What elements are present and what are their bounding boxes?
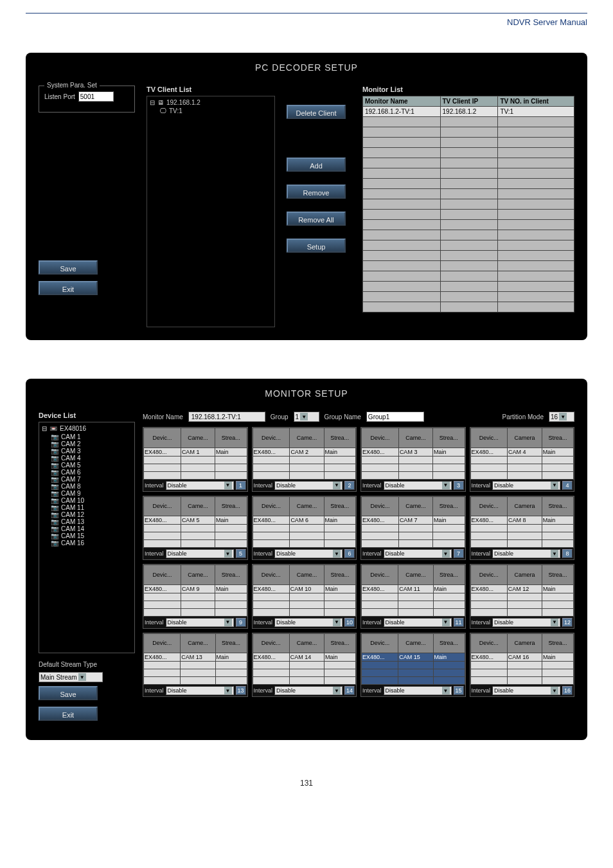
cam-item[interactable]: 📷CAM 6 [51,469,132,476]
listen-port-input[interactable] [78,91,114,102]
partition-mode-select[interactable]: 16 ▼ [549,411,574,422]
cam-item[interactable]: 📷CAM 13 [51,518,132,525]
monitor-row[interactable]: 192.168.1.2-TV:1 192.168.1.2 TV:1 [363,107,574,117]
interval-select[interactable]: Disable▼ [166,686,234,695]
interval-select[interactable]: Disable▼ [384,686,452,695]
interval-label: Interval [472,687,491,694]
minus-icon[interactable]: ⊟ [42,425,47,432]
partition-cell[interactable]: Devic...Came...Strea...EX480...CAM 13Mai… [143,633,248,698]
monitor-setup-title: MONITOR SETUP [39,388,574,399]
partition-mode-label: Partition Mode [502,413,544,420]
delete-client-button[interactable]: Delete Client [287,105,346,119]
tree-child[interactable]: TV:1 [169,107,182,114]
cam-item[interactable]: 📷CAM 8 [51,483,132,490]
cam-item[interactable]: 📷CAM 14 [51,525,132,532]
device-tree[interactable]: ⊟📼EX48016 📷CAM 1📷CAM 2📷CAM 3📷CAM 4📷CAM 5… [39,422,135,653]
partition-cell[interactable]: Devic...Came...Strea...EX480...CAM 7Main… [360,496,466,561]
camera-icon: 📷 [51,476,58,483]
tv-client-tree[interactable]: ⊟🖥192.168.1.2 🖵TV:1 [147,96,275,327]
partition-cell[interactable]: Devic...CameraStrea...EX480...CAM 8MainI… [470,496,575,561]
partition-cell[interactable]: Devic...Came...Strea...EX480...CAM 6Main… [252,496,357,561]
interval-label: Interval [472,550,491,557]
interval-select[interactable]: Disable▼ [492,481,560,490]
cam-item[interactable]: 📷CAM 7 [51,476,132,483]
decoder-window: PC DECODER SETUP System Para. Set Listen… [26,53,587,340]
partition-cell[interactable]: Devic...Came...Strea...EX480...CAM 11Mai… [360,564,466,629]
interval-select[interactable]: Disable▼ [384,549,452,558]
chevron-down-icon: ▼ [224,550,232,557]
cam-item[interactable]: 📷CAM 9 [51,490,132,497]
interval-label: Interval [254,482,273,489]
partition-cell[interactable]: Devic...CameraStrea...EX480...CAM 12Main… [470,564,575,629]
cell-number: 2 [344,481,355,490]
partition-cell[interactable]: Devic...Came...Strea...EX480...CAM 5Main… [143,496,248,561]
remove-all-button[interactable]: Remove All [287,212,346,226]
interval-label: Interval [362,687,382,694]
exit-button[interactable]: Exit [39,281,98,295]
setup-button[interactable]: Setup [287,239,346,253]
partition-cell[interactable]: Devic...Came...Strea...EX480...CAM 1Main… [143,427,248,492]
cam-item[interactable]: 📷CAM 10 [51,497,132,504]
interval-select[interactable]: Disable▼ [384,481,452,490]
interval-select[interactable]: Disable▼ [166,618,234,627]
monitor-row-name: 192.168.1.2-TV:1 [363,107,441,117]
cam-item[interactable]: 📷CAM 12 [51,511,132,518]
cam-item[interactable]: 📷CAM 15 [51,532,132,539]
interval-select[interactable]: Disable▼ [274,549,342,558]
minus-icon[interactable]: ⊟ [150,99,155,106]
cell-number: 8 [562,549,573,558]
interval-select[interactable]: Disable▼ [274,618,342,627]
remove-button[interactable]: Remove [287,185,346,199]
device-root[interactable]: EX48016 [60,425,86,432]
chevron-down-icon: ▼ [442,550,450,557]
monitor-col-name: Monitor Name [363,96,441,107]
partition-cell[interactable]: Devic...Came...Strea...EX480...CAM 15Mai… [360,633,466,698]
partition-cell[interactable]: Devic...CameraStrea...EX480...CAM 16Main… [470,633,575,698]
default-stream-type-select[interactable]: Main Stream ▼ [39,672,103,682]
cell-number: 15 [454,686,464,695]
group-name-label: Group Name [324,413,361,420]
save-button[interactable]: Save [39,260,98,275]
partition-cell[interactable]: Devic...Came...Strea...EX480...CAM 10Mai… [252,564,357,629]
partition-cell[interactable]: Devic...Came...Strea...EX480...CAM 2Main… [252,427,357,492]
cam-item[interactable]: 📷CAM 4 [51,455,132,462]
partition-cell[interactable]: Devic...Came...Strea...EX480...CAM 3Main… [360,427,466,492]
partition-cell[interactable]: Devic...Came...Strea...EX480...CAM 14Mai… [252,633,357,698]
interval-select[interactable]: Disable▼ [274,481,342,490]
monitor-table[interactable]: Monitor Name TV Client IP TV NO. in Clie… [362,96,574,312]
interval-select[interactable]: Disable▼ [492,686,560,695]
camera-icon: 📷 [51,469,58,476]
partition-cell[interactable]: Devic...Came...Strea...EX480...CAM 9Main… [143,564,248,629]
add-button[interactable]: Add [287,158,346,172]
device-list-label: Device List [39,411,135,419]
partition-cell[interactable]: Devic...CameraStrea...EX480...CAM 4MainI… [470,427,575,492]
cam-item[interactable]: 📷CAM 16 [51,539,132,547]
interval-select[interactable]: Disable▼ [274,686,342,695]
monitor-row-ip: 192.168.1.2 [440,107,498,117]
interval-select[interactable]: Disable▼ [384,618,452,627]
cam-item[interactable]: 📷CAM 11 [51,504,132,511]
camera-icon: 📷 [51,504,58,511]
default-stream-type-label: Default Stream Type [39,661,97,668]
cell-number: 3 [454,481,464,490]
camera-icon: 📷 [51,483,58,490]
camera-icon: 📷 [51,490,58,497]
tree-root[interactable]: 192.168.1.2 [166,99,200,106]
group-name-input[interactable] [366,411,424,422]
save-button[interactable]: Save [39,686,98,700]
group-select[interactable]: 1 ▼ [294,411,319,422]
interval-select[interactable]: Disable▼ [166,481,234,490]
exit-button[interactable]: Exit [39,707,98,721]
interval-select[interactable]: Disable▼ [492,618,560,627]
cell-number: 11 [454,618,464,627]
chevron-down-icon: ▼ [333,482,341,489]
cam-item[interactable]: 📷CAM 1 [51,433,132,440]
interval-select[interactable]: Disable▼ [166,549,234,558]
chevron-down-icon: ▼ [551,687,558,694]
cam-item[interactable]: 📷CAM 2 [51,440,132,448]
listen-port-label: Listen Port [44,93,75,100]
cam-item[interactable]: 📷CAM 5 [51,462,132,469]
cam-item[interactable]: 📷CAM 3 [51,448,132,455]
interval-select[interactable]: Disable▼ [492,549,560,558]
partition-mode-value: 16 [551,413,558,420]
